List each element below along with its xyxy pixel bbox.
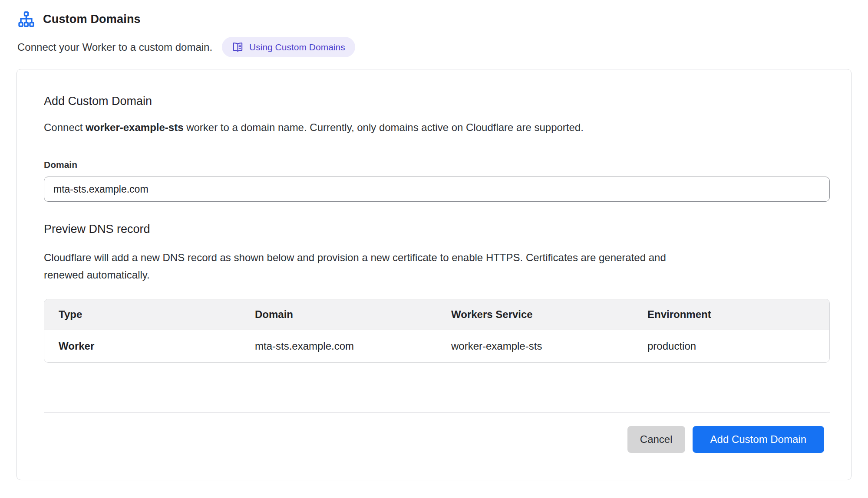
column-header-workers-service: Workers Service	[437, 299, 633, 330]
worker-name: worker-example-sts	[86, 121, 183, 133]
intro-suffix: worker to a domain name. Currently, only…	[184, 121, 584, 133]
add-custom-domain-card: Add Custom Domain Connect worker-example…	[17, 69, 851, 480]
card-heading: Add Custom Domain	[44, 95, 824, 108]
column-header-environment: Environment	[633, 299, 829, 330]
column-header-type: Type	[44, 299, 241, 330]
footer-divider	[44, 412, 830, 413]
table-header-row: Type Domain Workers Service Environment	[44, 299, 829, 330]
page-header: Custom Domains Connect your Worker to a …	[17, 11, 851, 57]
docs-link-badge[interactable]: Using Custom Domains	[222, 37, 355, 57]
table-row: Worker mta-sts.example.com worker-exampl…	[44, 330, 829, 363]
cell-type: Worker	[44, 330, 241, 363]
cell-domain: mta-sts.example.com	[241, 330, 437, 363]
dns-record-table: Type Domain Workers Service Environment …	[44, 299, 830, 363]
sitemap-icon	[17, 11, 35, 27]
page-title: Custom Domains	[43, 13, 141, 26]
cell-workers-service: worker-example-sts	[437, 330, 633, 363]
docs-badge-label: Using Custom Domains	[249, 42, 345, 52]
page-subtitle: Connect your Worker to a custom domain.	[17, 41, 212, 53]
column-header-domain: Domain	[241, 299, 437, 330]
domain-field-group: Domain	[44, 160, 824, 202]
add-custom-domain-button[interactable]: Add Custom Domain	[693, 426, 824, 453]
preview-dns-heading: Preview DNS record	[44, 223, 824, 236]
card-intro-text: Connect worker-example-sts worker to a d…	[44, 120, 824, 135]
cell-environment: production	[633, 330, 829, 363]
cancel-button[interactable]: Cancel	[627, 426, 685, 453]
open-book-icon	[232, 41, 244, 53]
preview-dns-description: Cloudflare will add a new DNS record as …	[44, 249, 682, 284]
footer-actions: Cancel Add Custom Domain	[44, 426, 824, 453]
domain-label: Domain	[44, 160, 824, 170]
intro-prefix: Connect	[44, 121, 86, 133]
domain-input[interactable]	[44, 177, 830, 202]
